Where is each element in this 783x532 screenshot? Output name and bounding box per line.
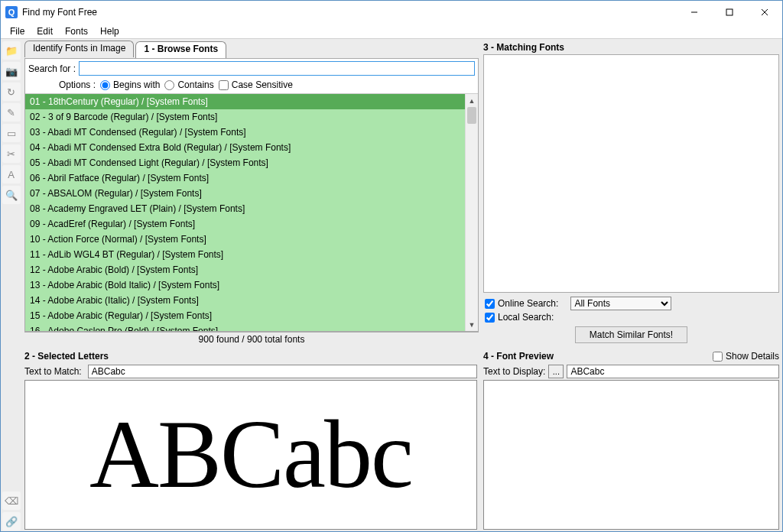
menu-file[interactable]: File (4, 24, 31, 38)
font-preview-area (483, 380, 779, 530)
tool-zoom-icon[interactable]: 🔍 (2, 186, 21, 204)
status-text: 900 found / 900 total fonts (24, 332, 479, 346)
check-case[interactable]: Case Sensitive (219, 79, 293, 90)
radio-contains[interactable]: Contains (164, 79, 213, 90)
preview-title: 4 - Font Preview (483, 349, 554, 363)
font-list-item[interactable]: 05 - Abadi MT Condensed Light (Regular) … (25, 155, 465, 170)
search-input[interactable] (79, 61, 475, 76)
options-label: Options : (59, 79, 96, 90)
font-list-item[interactable]: 03 - Abadi MT Condensed (Regular) / [Sys… (25, 125, 465, 140)
text-to-match-input[interactable] (88, 365, 477, 378)
font-list-item[interactable]: 01 - 18thCentury (Regular) / [System Fon… (25, 94, 465, 109)
minimize-button[interactable] (677, 1, 712, 24)
font-list-item[interactable]: 16 - Adobe Caslon Pro (Bold) / [System F… (25, 323, 465, 331)
close-button[interactable] (747, 1, 782, 24)
menu-help[interactable]: Help (94, 24, 125, 38)
search-label: Search for : (28, 63, 76, 74)
selected-title: 2 - Selected Letters (24, 349, 477, 363)
font-list-item[interactable]: 09 - AcadEref (Regular) / [System Fonts] (25, 216, 465, 232)
scroll-thumb[interactable] (467, 107, 476, 124)
show-details-check[interactable]: Show Details (713, 351, 779, 362)
online-search-check[interactable]: Online Search: (485, 298, 558, 309)
font-list-item[interactable]: 02 - 3 of 9 Barcode (Regular) / [System … (25, 109, 465, 125)
tool-lasso-icon[interactable]: ✎ (2, 103, 21, 122)
app-icon: Q (5, 6, 18, 18)
tab-browse[interactable]: 1 - Browse Fonts (135, 41, 226, 58)
font-list-item[interactable]: 13 - Adobe Arabic (Bold Italic) / [Syste… (25, 277, 465, 293)
font-list[interactable]: 01 - 18thCentury (Regular) / [System Fon… (25, 94, 465, 331)
maximize-button[interactable] (712, 1, 747, 24)
font-list-item[interactable]: 08 - Academy Engraved LET (Plain) / [Sys… (25, 201, 465, 216)
matching-fonts-list (483, 54, 779, 293)
font-list-item[interactable]: 04 - Abadi MT Condensed Extra Bold (Regu… (25, 140, 465, 155)
font-list-item[interactable]: 10 - Action Force (Normal) / [System Fon… (25, 232, 465, 247)
font-list-item[interactable]: 14 - Adobe Arabic (Italic) / [System Fon… (25, 293, 465, 308)
tool-font-icon[interactable]: A (2, 165, 21, 183)
tool-cut-icon[interactable]: ✂ (2, 144, 21, 163)
window-title: Find my Font Free (22, 7, 677, 18)
radio-begins[interactable]: Begins with (100, 79, 160, 90)
menu-fonts[interactable]: Fonts (59, 24, 94, 38)
selected-letters-preview: ABCabc (24, 380, 477, 530)
menu-edit[interactable]: Edit (31, 24, 59, 38)
text-to-display-input[interactable] (567, 365, 779, 378)
text-display-options-button[interactable]: ... (548, 365, 564, 378)
tool-link-icon[interactable]: 🔗 (2, 512, 21, 530)
local-search-check[interactable]: Local Search: (485, 312, 554, 323)
matching-title: 3 - Matching Fonts (483, 41, 779, 54)
svg-rect-1 (726, 9, 733, 15)
scrollbar[interactable]: ▲ ▼ (465, 94, 478, 331)
tool-select-icon[interactable]: ▭ (2, 124, 21, 142)
text-to-match-label: Text to Match: (24, 366, 82, 377)
tool-camera-icon[interactable]: 📷 (2, 62, 21, 80)
match-similar-button[interactable]: Match Similar Fonts! (575, 326, 687, 343)
scroll-down-icon[interactable]: ▼ (466, 318, 478, 331)
font-list-item[interactable]: 15 - Adobe Arabic (Regular) / [System Fo… (25, 308, 465, 323)
text-to-display-label: Text to Display: (483, 366, 545, 377)
font-list-item[interactable]: 07 - ABSALOM (Regular) / [System Fonts] (25, 186, 465, 201)
font-list-item[interactable]: 06 - Abril Fatface (Regular) / [System F… (25, 170, 465, 186)
online-search-dropdown[interactable]: All Fonts (570, 297, 671, 310)
scroll-up-icon[interactable]: ▲ (466, 94, 478, 107)
tool-open-icon[interactable]: 📁 (2, 41, 21, 60)
font-list-item[interactable]: 12 - Adobe Arabic (Bold) / [System Fonts… (25, 262, 465, 277)
tool-undo-icon[interactable]: ⌫ (2, 491, 21, 510)
font-list-item[interactable]: 11 - AdLib WGL4 BT (Regular) / [System F… (25, 247, 465, 262)
tab-identify[interactable]: Identify Fonts in Image (24, 41, 134, 57)
tool-rotate-icon[interactable]: ↻ (2, 83, 21, 101)
